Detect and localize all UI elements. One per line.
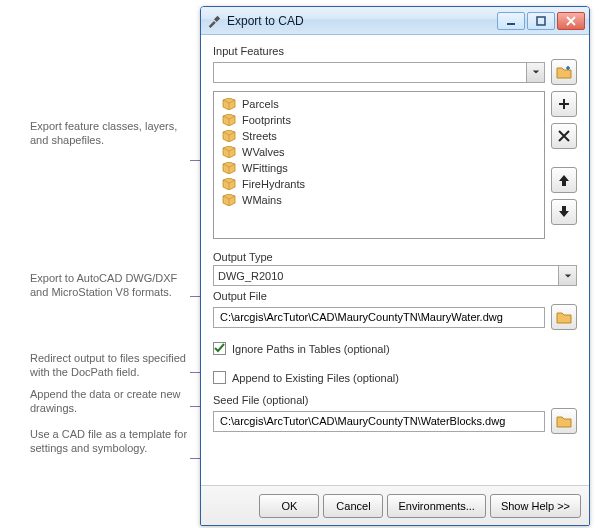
callout-text: Redirect output to files specified with … [30, 352, 186, 378]
export-to-cad-window: Export to CAD Input Features ParcelsFoot… [200, 6, 590, 526]
list-item[interactable]: WFittings [216, 160, 542, 176]
remove-button[interactable] [551, 123, 577, 149]
output-type-dropdown[interactable]: DWG_R2010 [213, 265, 577, 286]
button-bar: OK Cancel Environments... Show Help >> [201, 485, 589, 525]
browse-input-button[interactable] [551, 59, 577, 85]
add-button[interactable] [551, 91, 577, 117]
list-item[interactable]: WMains [216, 192, 542, 208]
callout-text: Append the data or create new drawings. [30, 388, 180, 414]
chevron-down-icon [558, 266, 576, 285]
browse-output-button[interactable] [551, 304, 577, 330]
input-features-label: Input Features [213, 45, 577, 57]
show-help-button[interactable]: Show Help >> [490, 494, 581, 518]
list-item-label: WMains [242, 194, 282, 206]
browse-seed-button[interactable] [551, 408, 577, 434]
feature-class-icon [222, 130, 236, 142]
list-item-label: Streets [242, 130, 277, 142]
list-item[interactable]: FireHydrants [216, 176, 542, 192]
output-file-field[interactable] [213, 307, 545, 328]
annotations: Export feature classes, layers, and shap… [0, 0, 200, 528]
list-item-label: WFittings [242, 162, 288, 174]
ignore-paths-checkbox[interactable] [213, 342, 226, 355]
list-item[interactable]: Footprints [216, 112, 542, 128]
move-down-button[interactable] [551, 199, 577, 225]
move-up-button[interactable] [551, 167, 577, 193]
feature-class-icon [222, 178, 236, 190]
environments-button[interactable]: Environments... [387, 494, 485, 518]
output-file-input[interactable] [218, 308, 540, 327]
svg-rect-0 [507, 23, 515, 25]
cancel-button[interactable]: Cancel [323, 494, 383, 518]
output-file-label: Output File [213, 290, 577, 302]
svg-rect-1 [537, 17, 545, 25]
callout-text: Export to AutoCAD DWG/DXF and MicroStati… [30, 272, 177, 298]
list-item-label: WValves [242, 146, 285, 158]
feature-class-icon [222, 98, 236, 110]
list-item[interactable]: Streets [216, 128, 542, 144]
input-features-dropdown[interactable] [213, 62, 545, 83]
output-type-value: DWG_R2010 [218, 270, 283, 282]
titlebar: Export to CAD [201, 7, 589, 35]
window-title: Export to CAD [227, 14, 491, 28]
list-item[interactable]: WValves [216, 144, 542, 160]
chevron-down-icon [526, 63, 544, 82]
feature-class-icon [222, 194, 236, 206]
list-item-label: Parcels [242, 98, 279, 110]
ignore-paths-label: Ignore Paths in Tables (optional) [232, 343, 390, 355]
list-item-label: FireHydrants [242, 178, 305, 190]
ok-button[interactable]: OK [259, 494, 319, 518]
output-type-label: Output Type [213, 251, 577, 263]
list-item-label: Footprints [242, 114, 291, 126]
append-existing-label: Append to Existing Files (optional) [232, 372, 399, 384]
list-item[interactable]: Parcels [216, 96, 542, 112]
seed-file-label: Seed File (optional) [213, 394, 577, 406]
feature-class-icon [222, 162, 236, 174]
minimize-button[interactable] [497, 12, 525, 30]
close-button[interactable] [557, 12, 585, 30]
callout-text: Export feature classes, layers, and shap… [30, 120, 177, 146]
feature-class-icon [222, 114, 236, 126]
maximize-button[interactable] [527, 12, 555, 30]
hammer-icon [207, 14, 221, 28]
callout-text: Use a CAD file as a template for setting… [30, 428, 187, 454]
feature-class-icon [222, 146, 236, 158]
seed-file-input[interactable] [218, 412, 540, 431]
append-existing-checkbox[interactable] [213, 371, 226, 384]
feature-listbox[interactable]: ParcelsFootprintsStreetsWValvesWFittings… [213, 91, 545, 239]
seed-file-field[interactable] [213, 411, 545, 432]
